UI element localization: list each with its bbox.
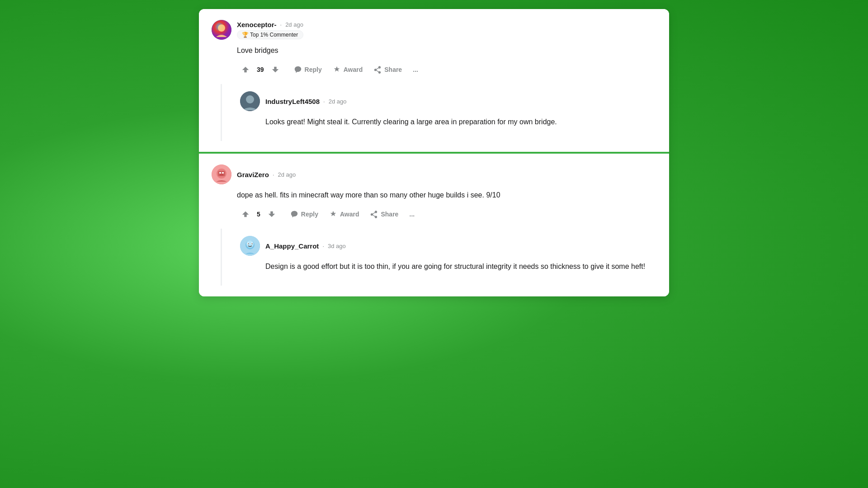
reply-label-1: Reply	[305, 66, 322, 73]
more-button-2[interactable]: ...	[405, 207, 419, 221]
reply-section-2: A_Happy_Carrot · 3d ago Design is a good…	[221, 229, 656, 286]
top-commenter-badge: 🏆 Top 1% Commenter	[237, 30, 303, 39]
share-icon-2	[370, 210, 378, 218]
svg-point-2	[218, 24, 225, 32]
reply-label-2: Reply	[301, 211, 318, 218]
svg-point-16	[248, 244, 249, 244]
dot-sep-1: ·	[280, 21, 282, 28]
username-happy-carrot: A_Happy_Carrot	[265, 242, 319, 250]
upvote-button-2[interactable]	[237, 207, 254, 221]
avatar-gravizero	[212, 164, 231, 184]
svg-rect-10	[220, 174, 223, 175]
svg-point-4	[246, 95, 254, 103]
comment-header-2: GraviZero · 2d ago	[212, 164, 656, 184]
user-info-industry: IndustryLeft4508 · 2d ago	[265, 98, 346, 105]
more-button-1[interactable]: ...	[408, 62, 423, 77]
reply-icon-2	[290, 210, 298, 218]
vote-group-1: 39	[237, 63, 284, 76]
comment-body-1: Love bridges	[237, 45, 656, 56]
award-button-1[interactable]: Award	[328, 63, 368, 76]
reply-body-1: Looks great! Might steal it. Currently c…	[265, 117, 656, 127]
reply-header-1: IndustryLeft4508 · 2d ago	[240, 91, 656, 111]
svg-rect-7	[218, 171, 225, 176]
upvote-icon-2	[241, 210, 250, 218]
reply-header-2: A_Happy_Carrot · 3d ago	[240, 236, 656, 256]
reply-button-1[interactable]: Reply	[289, 63, 326, 76]
avatar-happy-carrot	[240, 236, 260, 256]
timestamp-reply-1: 2d ago	[329, 98, 347, 105]
user-info-gravizero: GraviZero · 2d ago	[237, 171, 296, 178]
user-info-xenoceptor: Xenoceptor- · 2d ago 🏆 Top 1% Commenter	[237, 21, 303, 39]
comment-header-1: Xenoceptor- · 2d ago 🏆 Top 1% Commenter	[212, 20, 656, 40]
award-button-2[interactable]: Award	[325, 207, 364, 221]
comment-section-1: Xenoceptor- · 2d ago 🏆 Top 1% Commenter …	[199, 9, 669, 154]
comments-container: Xenoceptor- · 2d ago 🏆 Top 1% Commenter …	[199, 9, 669, 296]
username-xenoceptor: Xenoceptor-	[237, 21, 277, 28]
dot-sep-reply-1: ·	[323, 98, 325, 105]
reply-icon-1	[294, 66, 302, 74]
comment-section-2: GraviZero · 2d ago dope as hell. fits in…	[199, 154, 669, 296]
user-info-happy-carrot: A_Happy_Carrot · 3d ago	[265, 242, 346, 250]
share-icon-1	[373, 66, 382, 74]
vote-count-1: 39	[257, 66, 264, 73]
upvote-button-1[interactable]	[237, 63, 254, 76]
avatar-industry	[240, 91, 260, 111]
svg-rect-9	[222, 172, 224, 174]
dot-sep-reply-2: ·	[322, 243, 324, 249]
dot-sep-2: ·	[273, 171, 274, 178]
more-icon-1: ...	[413, 66, 418, 73]
reply-comment-2: A_Happy_Carrot · 3d ago Design is a good…	[240, 229, 656, 286]
reply-section-1: IndustryLeft4508 · 2d ago Looks great! M…	[221, 84, 656, 141]
comment-actions-1: 39 Reply Award	[237, 62, 656, 77]
avatar-xenoceptor	[212, 20, 231, 40]
downvote-icon-1	[271, 66, 279, 74]
downvote-icon-2	[268, 210, 276, 218]
downvote-button-2[interactable]	[263, 207, 280, 221]
vote-count-2: 5	[257, 211, 260, 218]
timestamp-1: 2d ago	[285, 21, 303, 28]
more-icon-2: ...	[410, 211, 415, 218]
comment-actions-2: 5 Reply Award	[237, 207, 656, 221]
award-label-1: Award	[344, 66, 363, 73]
reply-button-2[interactable]: Reply	[286, 207, 323, 221]
username-row-1: Xenoceptor- · 2d ago	[237, 21, 303, 28]
username-row-reply-2: A_Happy_Carrot · 3d ago	[265, 242, 346, 250]
upvote-icon-1	[241, 66, 250, 74]
share-button-2[interactable]: Share	[365, 207, 403, 221]
username-row-reply-1: IndustryLeft4508 · 2d ago	[265, 98, 346, 105]
timestamp-reply-2: 3d ago	[328, 243, 346, 249]
reply-body-2: Design is a good effort but it is too th…	[265, 261, 656, 272]
share-label-1: Share	[384, 66, 402, 73]
username-industry: IndustryLeft4508	[265, 98, 320, 105]
svg-rect-8	[219, 172, 221, 174]
award-icon-1	[333, 66, 341, 74]
timestamp-2: 2d ago	[278, 171, 296, 178]
username-gravizero: GraviZero	[237, 171, 269, 178]
comment-body-2: dope as hell. fits in minecraft way more…	[237, 190, 656, 201]
share-button-1[interactable]: Share	[369, 63, 406, 76]
share-label-2: Share	[381, 211, 398, 218]
username-row-2: GraviZero · 2d ago	[237, 171, 296, 178]
vote-group-2: 5	[237, 207, 280, 221]
svg-point-17	[252, 244, 253, 244]
award-icon-2	[329, 210, 337, 218]
award-label-2: Award	[340, 211, 359, 218]
downvote-button-1[interactable]	[267, 63, 284, 76]
reply-comment-1: IndustryLeft4508 · 2d ago Looks great! M…	[240, 84, 656, 141]
